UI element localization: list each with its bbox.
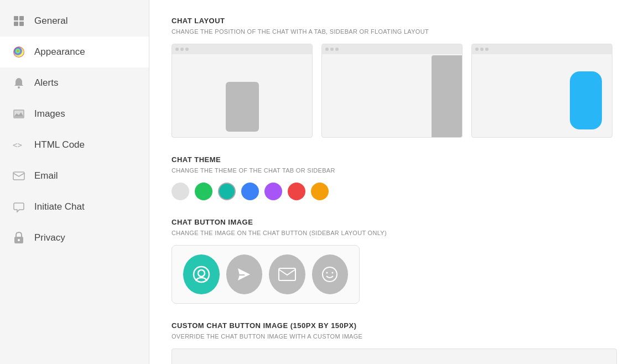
sidebar-item-alerts[interactable]: Alerts: [0, 67, 149, 98]
theme-color-green[interactable]: [195, 183, 212, 200]
chat-layout-title: CHAT LAYOUT: [172, 17, 617, 25]
svg-point-12: [18, 239, 20, 241]
chat-layout-section: CHAT LAYOUT CHANGE THE POSITION OF THE C…: [172, 17, 617, 138]
browser-dot: [185, 48, 189, 51]
layout-tab[interactable]: [172, 44, 313, 138]
svg-point-16: [323, 267, 337, 282]
general-icon: [11, 13, 27, 29]
browser-dot: [475, 48, 479, 51]
theme-colors: [172, 183, 617, 200]
tab-widget: [226, 82, 259, 132]
svg-point-14: [198, 270, 205, 277]
alerts-icon: [11, 75, 27, 91]
sidebar-item-label-privacy: Privacy: [34, 232, 65, 243]
layout-thumbnails: [172, 44, 617, 138]
browser-dot: [180, 48, 184, 51]
chat-btn-mail[interactable]: [269, 254, 305, 294]
sidebar-item-html-code[interactable]: <> HTML Code: [0, 129, 149, 160]
sidebar-item-label-general: General: [34, 15, 67, 27]
browser-bar-tab: [172, 44, 312, 54]
theme-color-white[interactable]: [172, 183, 189, 200]
chat-button-image-title: CHAT BUTTON IMAGE: [172, 218, 617, 226]
layout-floating[interactable]: [471, 44, 612, 138]
chat-button-image-subtitle: CHANGE THE IMAGE ON THE CHAT BUTTON (SID…: [172, 230, 617, 236]
layout-sidebar[interactable]: [321, 44, 463, 138]
sidebar-item-label-appearance: Appearance: [34, 46, 85, 58]
browser-bar-floating: [472, 44, 612, 54]
floating-widget: [570, 71, 602, 129]
svg-rect-3: [19, 22, 24, 26]
initiate-chat-icon: [11, 199, 27, 215]
sidebar-item-images[interactable]: Images: [0, 98, 149, 129]
sidebar: General Appearance: [0, 0, 149, 364]
appearance-icon: [11, 44, 27, 60]
chat-button-images-container: [172, 245, 360, 304]
html-code-icon: <>: [11, 137, 27, 153]
svg-point-6: [18, 86, 20, 89]
sidebar-item-label-initiate-chat: Initiate Chat: [34, 201, 85, 212]
email-icon: [11, 168, 27, 184]
theme-color-blue[interactable]: [241, 183, 259, 200]
browser-dot: [325, 48, 329, 51]
svg-text:<>: <>: [13, 141, 22, 149]
sidebar-widget: [432, 55, 462, 137]
sidebar-item-label-email: Email: [34, 170, 58, 181]
svg-rect-1: [19, 16, 24, 20]
custom-image-upload-bar[interactable]: [172, 349, 617, 364]
sidebar-item-initiate-chat[interactable]: Initiate Chat: [0, 191, 149, 222]
theme-color-red[interactable]: [288, 183, 305, 200]
browser-dot: [335, 48, 339, 51]
svg-point-5: [14, 47, 24, 57]
chat-theme-subtitle: CHANGE THE THEME OF THE CHAT TAB OR SIDE…: [172, 167, 617, 174]
browser-dot: [175, 48, 179, 51]
sidebar-item-appearance[interactable]: Appearance: [0, 37, 149, 67]
theme-color-teal[interactable]: [218, 183, 236, 200]
sidebar-item-label-alerts: Alerts: [34, 77, 58, 89]
sidebar-item-privacy[interactable]: Privacy: [0, 222, 149, 253]
images-icon: [11, 106, 27, 122]
main-content: CHAT LAYOUT CHANGE THE POSITION OF THE C…: [149, 0, 639, 364]
svg-rect-10: [13, 172, 24, 180]
svg-rect-0: [14, 16, 18, 20]
chat-theme-title: CHAT THEME: [172, 155, 617, 164]
browser-dot: [485, 48, 489, 51]
sidebar-item-label-images: Images: [34, 108, 65, 119]
chat-btn-smile[interactable]: [312, 254, 349, 294]
privacy-icon: [11, 230, 27, 246]
svg-point-17: [326, 272, 328, 274]
sidebar-item-general[interactable]: General: [0, 6, 149, 37]
chat-theme-section: CHAT THEME CHANGE THE THEME OF THE CHAT …: [172, 155, 617, 200]
sidebar-item-label-html-code: HTML Code: [34, 139, 85, 150]
browser-bar-sidebar: [322, 44, 462, 54]
theme-color-orange[interactable]: [311, 183, 329, 200]
chat-layout-subtitle: CHANGE THE POSITION OF THE CHAT WITH A T…: [172, 28, 617, 35]
sidebar-item-email[interactable]: Email: [0, 160, 149, 191]
custom-chat-button-title: CUSTOM CHAT BUTTON IMAGE (150PX BY 150PX…: [172, 321, 617, 330]
custom-chat-button-image-section: CUSTOM CHAT BUTTON IMAGE (150PX BY 150PX…: [172, 321, 617, 364]
chat-button-image-section: CHAT BUTTON IMAGE CHANGE THE IMAGE ON TH…: [172, 218, 617, 304]
chat-btn-send[interactable]: [226, 254, 263, 294]
browser-dot: [330, 48, 334, 51]
custom-chat-button-subtitle: OVERRIDE THE CHAT BUTTON IMAGE WITH A CU…: [172, 333, 617, 340]
chat-btn-chat[interactable]: [183, 254, 220, 294]
theme-color-purple[interactable]: [264, 183, 282, 200]
svg-point-18: [332, 272, 334, 274]
browser-dot: [480, 48, 484, 51]
svg-rect-2: [14, 22, 18, 26]
